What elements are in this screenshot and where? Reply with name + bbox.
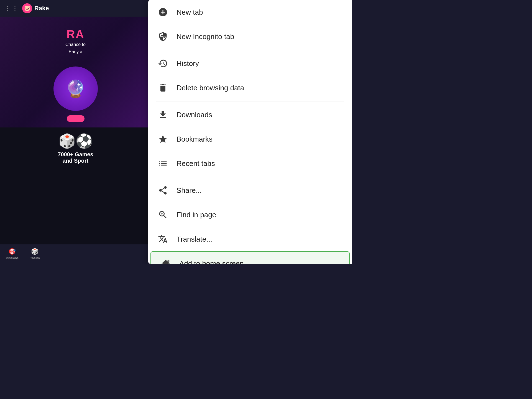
translate-icon: [156, 232, 170, 246]
menu-divider: [156, 101, 344, 101]
logo-icon: 🐷: [22, 3, 32, 13]
hero-button[interactable]: [67, 115, 85, 122]
casino-label: Casino: [30, 256, 40, 260]
app-background: ⋮⋮ 🐷 Rake RA Chance to Early a 🔮 🎲⚽ 7000…: [0, 0, 151, 264]
menu-label-find-in-page: Find in page: [177, 211, 216, 219]
svg-point-0: [161, 37, 162, 38]
menu-label-translate: Translate...: [177, 235, 212, 244]
menu-item-history[interactable]: History: [148, 51, 352, 76]
chrome-menu: New tabNew Incognito tabHistoryDelete br…: [148, 0, 352, 264]
menu-item-translate[interactable]: Translate...: [148, 227, 352, 251]
casino-icon: 🎲: [31, 248, 39, 255]
history-icon: [156, 57, 170, 70]
nav-missions[interactable]: 🎯 Missions: [6, 248, 19, 260]
svg-point-1: [163, 37, 165, 38]
menu-item-recent-tabs[interactable]: Recent tabs: [148, 151, 352, 176]
menu-label-recent-tabs: Recent tabs: [177, 159, 215, 168]
menu-label-bookmarks: Bookmarks: [177, 135, 213, 144]
missions-icon: 🎯: [8, 248, 16, 255]
share-icon: [156, 183, 170, 197]
bottom-nav: 🎯 Missions 🎲 Casino: [0, 244, 151, 264]
menu-item-find-in-page[interactable]: Find in page: [148, 203, 352, 227]
menu-item-new-incognito-tab[interactable]: New Incognito tab: [148, 24, 352, 49]
hero-image: 🔮: [53, 66, 98, 111]
menu-label-share: Share...: [177, 186, 202, 195]
menu-item-new-tab[interactable]: New tab: [148, 0, 352, 24]
menu-label-delete-browsing-data: Delete browsing data: [177, 84, 244, 92]
nav-casino[interactable]: 🎲 Casino: [30, 248, 40, 260]
games-title: 7000+ Games and Sport: [58, 151, 93, 164]
missions-label: Missions: [6, 256, 19, 260]
menu-divider: [156, 177, 344, 177]
app-header: ⋮⋮ 🐷 Rake: [0, 0, 151, 17]
menu-dots[interactable]: ⋮⋮: [4, 4, 19, 12]
hero-subtitle: Chance to Early a: [65, 41, 86, 55]
menu-label-add-to-home-screen: Add to home screen: [179, 259, 244, 264]
menu-label-new-incognito-tab: New Incognito tab: [177, 32, 234, 41]
logo-text: Rake: [34, 5, 49, 12]
plus-circle-icon: [156, 5, 170, 19]
menu-label-history: History: [177, 59, 199, 68]
menu-label-new-tab: New tab: [177, 8, 203, 17]
app-logo: 🐷 Rake: [22, 3, 49, 13]
downloads-icon: [156, 108, 170, 122]
add-home-icon: [159, 257, 173, 264]
menu-item-share[interactable]: Share...: [148, 178, 352, 203]
menu-item-downloads[interactable]: Downloads: [148, 103, 352, 127]
trash-icon: [156, 81, 170, 95]
games-section: 🎲⚽ 7000+ Games and Sport: [0, 127, 151, 170]
find-icon: [156, 208, 170, 222]
hero-section: RA Chance to Early a 🔮: [0, 17, 151, 127]
menu-item-bookmarks[interactable]: Bookmarks: [148, 127, 352, 151]
menu-label-downloads: Downloads: [177, 111, 212, 119]
recent-tabs-icon: [156, 157, 170, 170]
menu-item-add-to-home-screen[interactable]: Add to home screen: [150, 251, 350, 264]
games-dice: 🎲⚽: [58, 133, 93, 149]
hero-title: RA: [66, 28, 85, 41]
menu-divider: [156, 50, 344, 50]
incognito-icon: [156, 30, 170, 44]
star-icon: [156, 132, 170, 146]
menu-item-delete-browsing-data[interactable]: Delete browsing data: [148, 76, 352, 100]
